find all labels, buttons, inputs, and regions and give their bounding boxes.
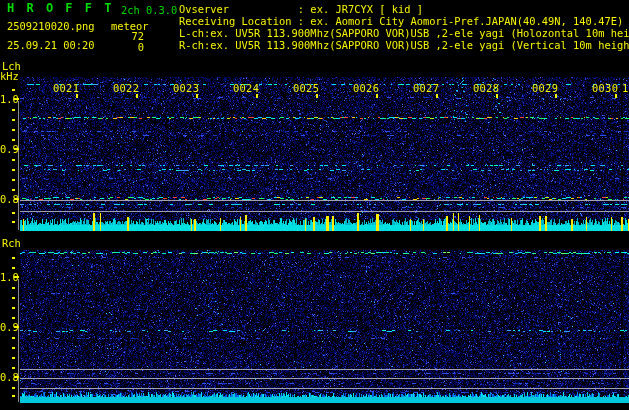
time-label-edge: 10 xyxy=(622,83,629,94)
output-filename: 2509210020.png xyxy=(7,21,95,32)
observer-info-line: Ovserver : ex. JR7CYX [ kid ] xyxy=(179,4,423,15)
khz-axis-unit: kHz xyxy=(0,71,19,82)
time-tick xyxy=(136,94,138,98)
freq-tick-minor xyxy=(12,221,15,223)
freq-tick-minor xyxy=(12,367,15,369)
time-tick xyxy=(76,94,78,98)
freq-tick-minor xyxy=(12,119,15,121)
hrofft-output-image: H R O F F T 2ch 0.3.0 2509210020.png met… xyxy=(0,0,629,410)
time-label: 0023 xyxy=(173,83,199,94)
location-info-line: Receiving Location : ex. Aomori City Aom… xyxy=(179,16,623,27)
time-label: 0030 xyxy=(592,83,618,94)
time-tick xyxy=(376,94,378,98)
freq-tick-minor xyxy=(12,387,15,389)
freq-tick-minor xyxy=(12,129,15,131)
freq-tick-minor xyxy=(12,257,15,259)
freq-tick-minor xyxy=(12,307,15,309)
time-label: 0025 xyxy=(293,83,319,94)
freq-tick-minor xyxy=(12,169,15,171)
datetime-stamp: 25.09.21 00:20 xyxy=(7,40,95,51)
time-label: 0026 xyxy=(353,83,379,94)
freq-tick-minor xyxy=(12,212,15,214)
freq-tick-minor xyxy=(12,139,15,141)
freq-tick-major xyxy=(14,198,19,200)
time-label: 0027 xyxy=(413,83,439,94)
time-tick xyxy=(496,94,498,98)
app-version: 2ch 0.3.0 xyxy=(121,5,177,16)
freq-tick-minor xyxy=(12,357,15,359)
freq-tick-minor xyxy=(12,297,15,299)
freq-tick-minor xyxy=(12,159,15,161)
time-label: 0022 xyxy=(113,83,139,94)
time-label: 0029 xyxy=(532,83,558,94)
freq-tick-minor xyxy=(12,395,15,397)
time-tick xyxy=(316,94,318,98)
rch-receiver-info-line: R-ch:ex. UV5R 113.900Mhz(SAPPORO VOR)USB… xyxy=(179,40,629,51)
echo-count-bottom: 0 xyxy=(112,42,144,53)
time-tick xyxy=(555,94,557,98)
lch-receiver-info-line: L-ch:ex. UV5R 113.900Mhz(SAPPORO VOR)USB… xyxy=(179,28,629,39)
freq-tick-minor xyxy=(12,317,15,319)
time-label: 0021 xyxy=(53,83,79,94)
freq-tick-minor xyxy=(12,89,15,91)
time-label: 0024 xyxy=(233,83,259,94)
freq-tick-major xyxy=(14,98,19,100)
freq-tick-minor xyxy=(12,267,15,269)
freq-tick-minor xyxy=(12,287,15,289)
time-tick xyxy=(256,94,258,98)
freq-tick-minor xyxy=(12,189,15,191)
freq-tick-minor xyxy=(12,179,15,181)
freq-tick-minor xyxy=(12,347,15,349)
time-tick xyxy=(436,94,438,98)
time-tick xyxy=(196,94,198,98)
spectrogram-canvas xyxy=(0,0,629,410)
rch-axis-label: Rch xyxy=(2,238,21,249)
freq-tick-minor xyxy=(12,109,15,111)
freq-tick-major xyxy=(14,276,19,278)
freq-tick-major xyxy=(14,376,19,378)
freq-tick-minor xyxy=(12,337,15,339)
freq-tick-major xyxy=(14,326,19,328)
time-tick xyxy=(615,94,617,98)
app-title: H R O F F T xyxy=(7,3,114,14)
time-label: 0028 xyxy=(473,83,499,94)
freq-tick-major xyxy=(14,148,19,150)
